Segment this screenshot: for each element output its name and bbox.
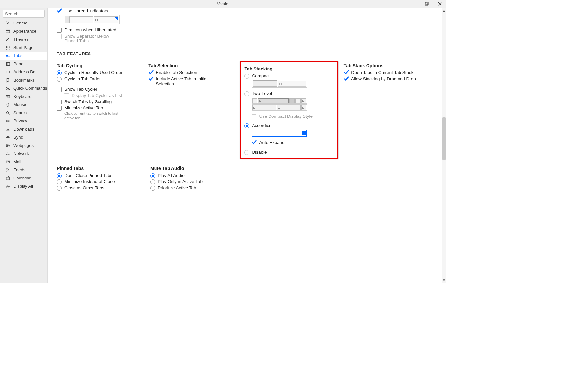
checkbox-icon	[57, 28, 62, 33]
chk-cycler-list[interactable]: Display Tab Cycler as List	[64, 93, 142, 98]
radio-icon	[244, 123, 249, 128]
radio-accordion[interactable]: Accordion	[244, 123, 334, 128]
checkbox-icon	[148, 77, 153, 82]
chk-drag-drop[interactable]: Allow Stacking by Drag and Drop	[344, 76, 437, 82]
heading-pinned: Pinned Tabs	[57, 166, 144, 171]
sidebar-item-label: Search	[13, 110, 27, 115]
sidebar-item-downloads[interactable]: Downloads	[0, 125, 47, 133]
option-label: Use Unread Indicators	[64, 8, 108, 13]
sidebar-item-label: Mail	[13, 159, 21, 164]
sidebar-item-label: Downloads	[13, 127, 34, 132]
cloud-icon	[5, 135, 11, 140]
radio-close-other[interactable]: Close as Other Tabs	[57, 185, 144, 191]
chk-show-cycler[interactable]: Show Tab Cycler	[57, 87, 142, 92]
radio-icon	[150, 173, 155, 178]
sidebar-item-startpage[interactable]: Start Page	[0, 43, 47, 52]
radio-cycle-order[interactable]: Cycle in Tab Order	[57, 76, 142, 82]
bookmark-icon	[5, 78, 11, 83]
checkbox-icon	[252, 140, 256, 145]
sidebar-item-privacy[interactable]: Privacy	[0, 117, 47, 125]
option-label: Open Tabs in Current Tab Stack	[351, 70, 414, 75]
settings-search[interactable]	[3, 10, 45, 18]
radio-prioritize[interactable]: Prioritize Active Tab	[150, 185, 237, 191]
scroll-track[interactable]	[442, 13, 446, 277]
dim-icon-checkbox[interactable]: Dim Icon when Hibernated	[57, 27, 437, 33]
chk-include-active[interactable]: Include Active Tab in Initial Selection	[148, 76, 233, 86]
minimize-button[interactable]	[407, 0, 420, 8]
preview-two-level	[252, 98, 334, 111]
option-label: Enable Tab Selection	[156, 70, 197, 75]
sidebar-item-mail[interactable]: Mail	[0, 158, 47, 166]
sidebar-item-quickcommands[interactable]: Quick Commands	[0, 84, 47, 92]
sidebar-item-bookmarks[interactable]: Bookmarks	[0, 76, 47, 84]
radio-play-active[interactable]: Play Only in Active Tab	[150, 179, 237, 184]
svg-point-11	[6, 49, 7, 50]
sidebar-item-label: Keyboard	[13, 94, 32, 99]
sidebar-item-displayall[interactable]: Display All	[0, 182, 47, 190]
rss-icon	[5, 168, 11, 172]
sidebar-item-network[interactable]: Network	[0, 149, 47, 158]
sidebar-item-feeds[interactable]: Feeds	[0, 166, 47, 174]
search-icon	[5, 111, 11, 115]
radio-compact[interactable]: Compact	[244, 73, 334, 79]
option-label: Cycle in Recently Used Order	[64, 70, 122, 75]
search-input[interactable]	[5, 11, 42, 16]
sidebar-item-addressbar[interactable]: Address Bar	[0, 68, 47, 76]
scroll-up-arrow[interactable]: ▲	[442, 8, 446, 13]
radio-cycle-recent[interactable]: Cycle in Recently Used Order	[57, 70, 142, 75]
chk-open-in-stack[interactable]: Open Tabs in Current Tab Stack	[344, 70, 437, 75]
svg-rect-4	[6, 30, 10, 31]
radio-icon	[244, 74, 249, 79]
radio-dont-close[interactable]: Don't Close Pinned Tabs	[57, 173, 144, 178]
sidebar-item-general[interactable]: General	[0, 19, 47, 27]
svg-point-6	[8, 46, 8, 47]
sidebar-item-panel[interactable]: Panel	[0, 60, 47, 68]
sidebar-item-sync[interactable]: Sync	[0, 133, 47, 141]
sidebar-item-keyboard[interactable]: Keyboard	[0, 92, 47, 101]
vertical-scrollbar[interactable]: ▲ ▼	[442, 8, 446, 283]
chk-compact-style[interactable]: Use Compact Display Style	[252, 114, 334, 119]
checkbox-icon	[57, 87, 62, 92]
sidebar-item-label: Mouse	[13, 102, 26, 107]
radio-minimize-instead[interactable]: Minimize Instead of Close	[57, 179, 144, 184]
option-label: Minimize Instead of Close	[64, 179, 115, 184]
sidebar-item-webpages[interactable]: Webpages	[0, 141, 47, 149]
chk-auto-expand[interactable]: Auto Expand	[252, 140, 334, 145]
unread-preview	[64, 15, 120, 24]
preview-accordion	[252, 130, 334, 137]
svg-line-30	[8, 113, 10, 115]
sidebar-item-label: Panel	[13, 61, 24, 66]
sidebar-item-tabs[interactable]: Tabs	[0, 52, 47, 60]
use-unread-checkbox[interactable]: Use Unread Indicators	[57, 8, 437, 14]
maximize-button[interactable]	[420, 0, 433, 8]
sidebar-item-calendar[interactable]: Calendar	[0, 174, 47, 182]
window-icon	[5, 29, 11, 34]
sidebar-item-mouse[interactable]: Mouse	[0, 101, 47, 109]
chk-switch-scroll[interactable]: Switch Tabs by Scrolling	[57, 99, 142, 104]
option-label: Two-Level	[252, 91, 272, 96]
separator-checkbox[interactable]: Show Separator Below Pinned Tabs	[57, 34, 437, 43]
svg-rect-17	[6, 62, 7, 65]
scroll-thumb[interactable]	[442, 117, 446, 160]
panel-icon	[5, 62, 11, 66]
tab-features-columns: Tab Cycling Cycle in Recently Used Order…	[57, 63, 437, 158]
svg-rect-22	[7, 96, 7, 96]
svg-rect-1	[425, 3, 428, 5]
sidebar-item-search[interactable]: Search	[0, 109, 47, 117]
svg-point-5	[6, 46, 7, 47]
option-label: Display Tab Cycler as List	[72, 93, 122, 98]
scroll-down-arrow[interactable]: ▼	[442, 277, 446, 283]
radio-two-level[interactable]: Two-Level	[244, 91, 334, 96]
radio-icon	[150, 186, 155, 191]
option-label: Minimize Active Tab	[64, 105, 103, 110]
option-label: Switch Tabs by Scrolling	[64, 99, 112, 104]
radio-disable[interactable]: Disable	[244, 150, 334, 155]
sidebar-item-appearance[interactable]: Appearance	[0, 27, 47, 35]
close-button[interactable]	[433, 0, 446, 8]
chk-enable-selection[interactable]: Enable Tab Selection	[148, 70, 233, 75]
brush-icon	[5, 37, 11, 42]
checkbox-icon	[57, 34, 62, 39]
sidebar-item-themes[interactable]: Themes	[0, 35, 47, 43]
radio-play-all[interactable]: Play All Audio	[150, 173, 237, 178]
chk-minimize-active[interactable]: Minimize Active Tab	[57, 105, 142, 111]
